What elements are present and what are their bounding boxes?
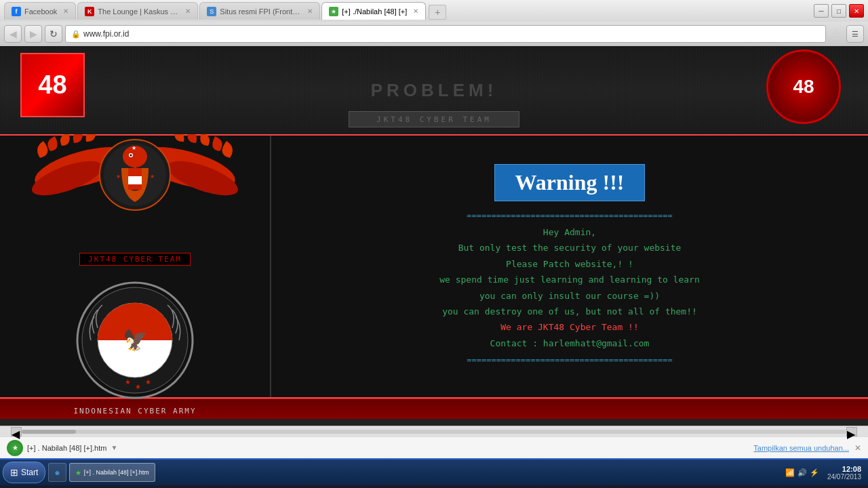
site-footer: Copyright © 2013 JKT48 Deface (0, 419, 868, 426)
army-label: INDONESIAN CYBER ARMY (73, 407, 196, 415)
status-left: ★ [+] . Nabilah [48] [+].htm ▼ (7, 440, 117, 456)
msg-line-2: But only test the security of your websi… (332, 240, 807, 256)
volume-icon: 🔊 (797, 468, 807, 477)
svg-rect-11 (128, 184, 142, 190)
tab-close-nabilah[interactable]: ✕ (413, 7, 418, 15)
svg-text:🦅: 🦅 (122, 328, 148, 352)
taskbar-active-app[interactable]: ★ [+] . Nabilah [48] [+].htm (69, 463, 155, 482)
header-center: PROBLEM! JKT48 CYBER TEAM (371, 80, 498, 101)
start-label: Start (21, 468, 38, 477)
horizontal-scrollbar[interactable]: ◀ ▶ (0, 426, 868, 436)
menu-button[interactable]: ☰ (846, 25, 864, 43)
svg-text:★: ★ (116, 174, 121, 180)
divider-top: ========================================… (332, 211, 807, 220)
fpi-favicon: S (207, 7, 216, 16)
site-header: 48 PROBLEM! JKT48 CYBER TEAM 48 (0, 46, 868, 134)
message-box: Warning !!! ============================… (332, 164, 807, 369)
taskbar-right: 📶 🔊 ⚡ 12:08 24/07/2013 (781, 465, 865, 481)
tab-label: Facebook (24, 7, 57, 16)
msg-line-team: We are JKT48 Cyber Team !! (332, 319, 807, 335)
eagle-logo: ★ ★ ★ (26, 117, 243, 239)
forward-button[interactable]: ▶ (24, 25, 42, 43)
msg-line-5: you can only insult our course =)) (332, 288, 807, 304)
kaskus-favicon: K (85, 7, 94, 16)
browser-window: f Facebook ✕ K The Lounge | Kaskus - Th.… (0, 0, 868, 458)
svg-point-8 (130, 155, 132, 157)
refresh-button[interactable]: ↻ (45, 25, 62, 43)
tab-label: Situs resmi FPI (Front Per... (220, 7, 301, 16)
download-actions: Tampilkan semua unduhan... ✕ (753, 443, 861, 453)
right-panel: Warning !!! ============================… (271, 136, 868, 397)
system-tray: 📶 🔊 ⚡ (781, 468, 823, 477)
red-number-box: 48 (20, 53, 85, 117)
scroll-track (22, 430, 846, 434)
tab-close-kaskus[interactable]: ✕ (185, 7, 191, 15)
window-controls: ─ □ ✕ (814, 4, 864, 18)
facebook-favicon: f (12, 7, 21, 16)
tab-nabilah[interactable]: ★ [+] ./Nabilah [48] [+] ✕ (321, 2, 426, 20)
tabs-container: f Facebook ✕ K The Lounge | Kaskus - Th.… (4, 2, 814, 20)
msg-line-3: Please Patch website,! ! (332, 256, 807, 272)
close-download-bar[interactable]: ✕ (854, 443, 861, 453)
network-icon: 📶 (785, 468, 795, 477)
tab-fpi[interactable]: S Situs resmi FPI (Front Per... ✕ (199, 2, 320, 20)
download-bar: ★ [+] . Nabilah [48] [+].htm ▼ Tampilkan… (0, 436, 868, 458)
address-bar[interactable]: 🔒 www.fpi.or.id (65, 25, 826, 43)
svg-rect-10 (128, 176, 142, 184)
header-logo-right: 48 (766, 49, 841, 124)
nabilah-app-label: [+] . Nabilah [48] [+].htm (84, 469, 149, 476)
warning-banner: Warning !!! (494, 164, 646, 201)
chrome-icon: ● (54, 467, 60, 478)
msg-line-1: Hey Admin, (332, 224, 807, 240)
tab-label: [+] ./Nabilah [48] [+] (342, 7, 407, 16)
eagle-svg: ★ ★ ★ (26, 117, 243, 239)
nabilah-app-icon: ★ (75, 469, 81, 476)
tab-close-facebook[interactable]: ✕ (63, 7, 68, 15)
title-bar: f Facebook ✕ K The Lounge | Kaskus - Th.… (0, 0, 868, 22)
circle-number: 48 (793, 76, 814, 98)
msg-line-contact: Contact : harlemhatt@gmail.com (332, 336, 807, 351)
windows-logo-icon: ⊞ (10, 467, 18, 478)
msg-line-6: you can destroy one of us, but not all o… (332, 304, 807, 319)
maximize-button[interactable]: □ (831, 4, 846, 18)
close-button[interactable]: ✕ (849, 4, 864, 18)
scroll-right-btn[interactable]: ▶ (846, 427, 857, 436)
tab-close-fpi[interactable]: ✕ (307, 7, 313, 15)
circle-logo: 48 (766, 49, 841, 124)
tab-facebook[interactable]: f Facebook ✕ (4, 2, 76, 20)
start-button[interactable]: ⊞ Start (3, 462, 45, 483)
msg-line-4: we spend time just learning and learning… (332, 272, 807, 287)
bookmark-star-icon[interactable]: ☆ (831, 28, 841, 41)
nav-bar: ◀ ▶ ↻ 🔒 www.fpi.or.id ☆ ☰ (0, 22, 868, 46)
date-display: 24/07/2013 (827, 473, 861, 481)
taskbar: ⊞ Start ● ★ [+] . Nabilah [48] [+].htm 📶… (0, 458, 868, 485)
battery-icon: ⚡ (810, 468, 819, 477)
left-panel: ★ ★ ★ JKT48 CYBER TEAM (0, 136, 271, 397)
svg-rect-9 (128, 168, 142, 176)
header-number: 48 (38, 70, 66, 100)
scroll-thumb[interactable] (22, 430, 76, 434)
tab-kaskus[interactable]: K The Lounge | Kaskus - Th... ✕ (77, 2, 198, 20)
tab-label: The Lounge | Kaskus - Th... (98, 7, 179, 16)
download-all-label[interactable]: Tampilkan semua unduhan... (753, 444, 849, 452)
site-main: ★ ★ ★ JKT48 CYBER TEAM (0, 134, 868, 399)
svg-text:★: ★ (125, 378, 131, 386)
new-tab-button[interactable]: + (429, 5, 446, 20)
jkt48-label: JKT48 CYBER TEAM (79, 253, 191, 266)
header-title: PROBLEM! (371, 80, 498, 101)
app-label: [+] . Nabilah [48] [+].htm (27, 444, 106, 452)
address-lock-icon: 🔒 (71, 30, 81, 39)
clock: 12:08 24/07/2013 (827, 465, 865, 481)
army-emblem-svg: 🦅 ★ ★ ★ (74, 279, 196, 401)
address-text: www.fpi.or.id (83, 29, 129, 39)
time-display: 12:08 (827, 465, 861, 473)
back-button[interactable]: ◀ (4, 25, 22, 43)
header-logo-left: 48 (20, 53, 85, 117)
dropdown-arrow-icon[interactable]: ▼ (111, 444, 117, 451)
minimize-button[interactable]: ─ (814, 4, 829, 18)
svg-text:★: ★ (132, 145, 136, 151)
taskbar-chrome-app[interactable]: ● (48, 463, 66, 482)
app-icon: ★ (7, 440, 23, 456)
scroll-left-btn[interactable]: ◀ (11, 427, 22, 436)
svg-text:★: ★ (135, 383, 141, 390)
